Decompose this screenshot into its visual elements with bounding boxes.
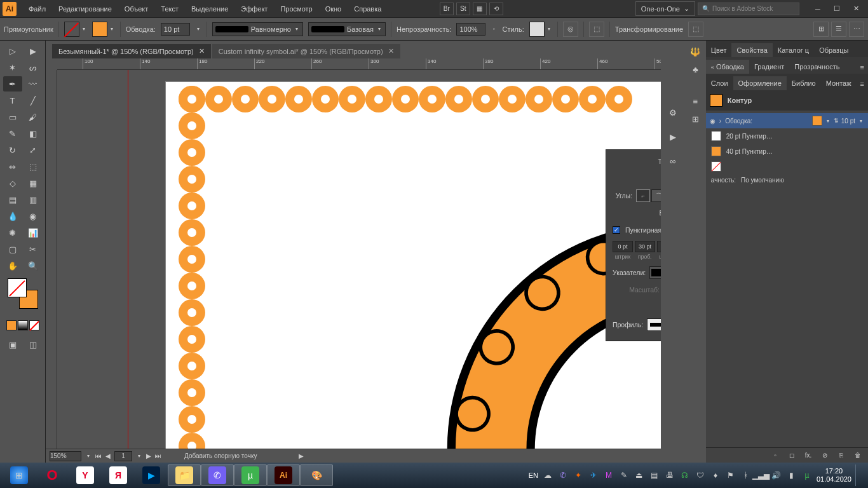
more-button[interactable]: ⋯ — [849, 22, 864, 37]
expand-icon[interactable]: › — [719, 118, 721, 125]
eyedrop-tool[interactable]: 💧 — [3, 208, 22, 224]
dash-2[interactable] — [657, 241, 661, 252]
tray-alert-icon[interactable]: ✦ — [573, 470, 584, 481]
lasso-tool[interactable]: ᔕ — [24, 60, 43, 75]
shape-button[interactable]: ☰ — [831, 22, 846, 37]
panel-menu-icon[interactable]: ≡ — [857, 61, 868, 74]
viber-button[interactable]: ✆ — [201, 464, 234, 486]
direct-select-tool[interactable]: ▶ — [24, 43, 43, 58]
stroke-weight-drop[interactable]: ▾ — [195, 26, 201, 32]
tab-swatches[interactable]: Образцы — [814, 43, 853, 57]
stroke-item-2[interactable]: 40 pt Пунктир… — [706, 144, 868, 159]
artboard-tool[interactable]: ▢ — [3, 241, 22, 257]
fill-item[interactable] — [706, 159, 868, 174]
yandex-button[interactable]: Y — [69, 464, 102, 486]
gap-1[interactable] — [635, 241, 655, 252]
media-button[interactable]: ▶ — [135, 464, 168, 486]
tray-cloud-icon[interactable]: ☁ — [542, 470, 553, 481]
rectangle-tool[interactable]: ▭ — [3, 109, 22, 125]
eraser-tool[interactable]: ◧ — [24, 126, 43, 141]
tab-color[interactable]: Цвет — [706, 43, 732, 57]
tray-viber-icon[interactable]: ✆ — [557, 470, 569, 481]
yandex-search-button[interactable]: Я — [102, 464, 135, 486]
menu-select[interactable]: Выделение — [186, 3, 234, 15]
show-desktop[interactable] — [855, 464, 860, 486]
corner-miter[interactable]: ⌐ — [636, 189, 650, 202]
var-width-2[interactable]: Базовая▾ — [308, 22, 386, 36]
arrange-icon[interactable]: ▦ — [473, 3, 487, 15]
maximize-button[interactable]: ☐ — [827, 3, 846, 15]
tray-flag-icon[interactable]: ⚑ — [725, 470, 736, 481]
none-mode[interactable] — [29, 320, 39, 330]
doc-tab-1[interactable]: Безымянный-1* @ 150% (RGB/Просмотр)✕ — [52, 44, 211, 58]
tray-printer-icon[interactable]: 🖶 — [664, 470, 675, 481]
rotate-tool[interactable]: ↻ — [3, 142, 22, 158]
nav-last[interactable]: ⏭ — [155, 452, 161, 459]
fill-swatch-group[interactable]: ▾ — [64, 22, 87, 37]
play-icon[interactable]: ▶ — [664, 128, 682, 145]
brushes-icon[interactable]: ≡ — [686, 93, 704, 109]
visibility-icon[interactable]: ◉ — [710, 118, 715, 125]
stock-search[interactable]: 🔍Поиск в Adobe Stock — [698, 3, 799, 15]
corner-round[interactable]: ⌒ — [651, 189, 661, 202]
symbol-tool[interactable]: ✺ — [3, 225, 22, 240]
fill-stroke-swatch[interactable] — [8, 278, 38, 309]
screen-mode[interactable]: ▣ — [3, 337, 22, 352]
zoom-input[interactable] — [50, 451, 81, 461]
tray-shield-icon[interactable]: 🛡 — [695, 470, 706, 481]
tray-shield2-icon[interactable]: ♦ — [710, 470, 721, 481]
graph-tool[interactable]: 📊 — [24, 225, 43, 240]
pencil-tool[interactable]: ✎ — [3, 126, 22, 141]
nav-prev[interactable]: ◀ — [105, 452, 111, 459]
illustrator-button[interactable]: Ai — [267, 464, 300, 486]
var-width-1[interactable]: Равномерно▾ — [212, 22, 303, 36]
tab-gradient[interactable]: Градиент — [749, 60, 789, 74]
new-stroke-button[interactable]: ◻ — [785, 450, 798, 461]
width-tool[interactable]: ⇔ — [3, 159, 22, 174]
canvas[interactable]: Толщина: ⇅ ⌄ Концы: ⊏ ⊂ ⊐ У — [57, 70, 661, 449]
utorrent-button[interactable]: µ — [234, 464, 267, 486]
line-tool[interactable]: ╱ — [24, 93, 43, 108]
paint-button[interactable]: 🎨 — [300, 464, 333, 486]
nav-next[interactable]: ▶ — [146, 452, 151, 459]
opacity-item[interactable]: ачность: По умолчанию — [706, 174, 868, 186]
menu-effect[interactable]: Эффект — [235, 3, 273, 15]
type-tool[interactable]: T — [3, 93, 22, 108]
close-button[interactable]: ✕ — [846, 3, 865, 15]
tray-volume-icon[interactable]: 🔊 — [771, 470, 782, 481]
stroke-weight-value[interactable]: 10 pt — [841, 118, 855, 125]
align-button[interactable]: ⊞ — [813, 22, 829, 37]
opacity-input[interactable] — [456, 23, 485, 36]
opera-button[interactable]: O — [36, 464, 69, 486]
tab-transparency[interactable]: Прозрачность — [789, 60, 844, 74]
dash-1[interactable] — [613, 241, 633, 252]
hand-tool[interactable]: ✋ — [3, 258, 22, 273]
club-icon[interactable]: ♣ — [686, 61, 704, 78]
libraries-icon[interactable]: ⚙ — [664, 104, 682, 121]
blend-tool[interactable]: ◉ — [24, 208, 43, 224]
style-swatch[interactable]: ▾ — [529, 22, 552, 37]
tray-doc-icon[interactable]: ▤ — [649, 470, 660, 481]
menu-help[interactable]: Справка — [348, 3, 387, 15]
delete-button[interactable]: 🗑 — [851, 450, 864, 461]
new-fill-button[interactable]: ▫ — [769, 450, 782, 461]
scale-tool[interactable]: ⤢ — [24, 142, 43, 158]
tab-artboards[interactable]: Монтаж — [821, 76, 857, 90]
duplicate-button[interactable]: ⎘ — [835, 450, 848, 461]
start-button[interactable]: ⊞ — [3, 464, 36, 486]
stroke-weight-input[interactable] — [161, 23, 190, 36]
tab-properties[interactable]: Свойства — [731, 43, 772, 57]
stroke-item-1[interactable]: 20 pt Пунктир… — [706, 128, 868, 144]
menu-object[interactable]: Объект — [119, 3, 154, 15]
tray-wifi-icon[interactable]: ▁▃▅ — [756, 470, 767, 481]
symbols-icon[interactable]: 🔱 — [686, 43, 704, 60]
stroke-color-swatch[interactable] — [812, 116, 822, 126]
tray-eject-icon[interactable]: ⏏ — [634, 470, 645, 481]
menu-window[interactable]: Окно — [320, 3, 348, 15]
tab-stroke[interactable]: « Обводка — [706, 60, 749, 74]
dashed-checkbox[interactable]: ✓ — [613, 226, 620, 234]
close-icon[interactable]: ✕ — [199, 47, 205, 55]
bridge-icon[interactable]: Br — [440, 3, 454, 15]
gpu-icon[interactable]: ⟲ — [489, 3, 503, 15]
menu-file[interactable]: Файл — [23, 3, 51, 15]
